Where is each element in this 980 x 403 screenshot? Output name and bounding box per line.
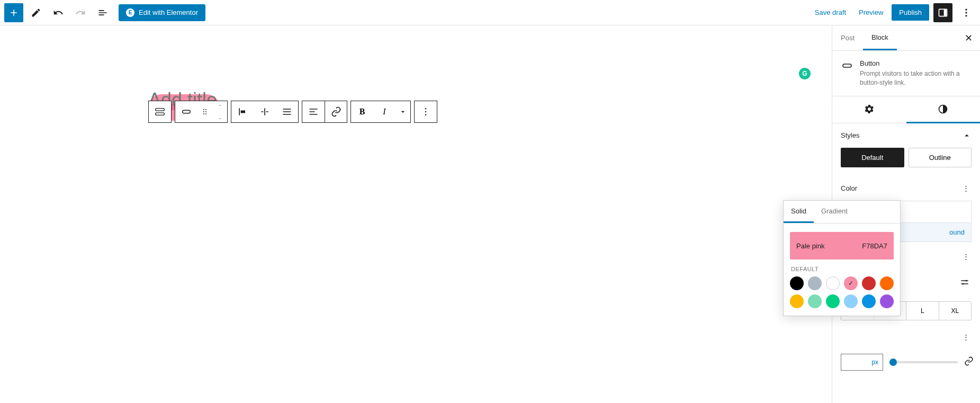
elementor-logo-icon: E [126, 8, 134, 17]
link-icon [964, 356, 974, 366]
color-tab-solid[interactable]: Solid [784, 201, 814, 223]
block-description: Prompt visitors to take action with a bu… [860, 69, 972, 87]
typography-more-options[interactable]: ⋮ [960, 250, 972, 263]
list-icon [97, 7, 108, 18]
text-align-button[interactable] [302, 101, 325, 122]
topbar-left: E Edit with Elementor [4, 3, 205, 22]
add-block-button[interactable] [4, 3, 23, 22]
block-toolbar: ⌃ ⌄ [148, 101, 437, 123]
color-swatch[interactable] [808, 294, 822, 308]
drag-handle[interactable] [197, 101, 212, 122]
width-icon [259, 106, 270, 117]
style-default-button[interactable]: Default [841, 148, 904, 167]
move-down-button[interactable]: ⌄ [212, 112, 227, 122]
settings-sidebar: Post Block ✕ Button Prompt visitors to t… [832, 25, 980, 403]
sidebar-icon [938, 7, 948, 18]
edit-tool-button[interactable] [26, 3, 46, 22]
color-more-options[interactable]: ⋮ [960, 182, 972, 194]
color-tab-gradient[interactable]: Gradient [814, 201, 855, 223]
link-sides-button[interactable] [964, 356, 974, 368]
color-swatch[interactable] [826, 276, 840, 290]
style-outline-button[interactable]: Outline [909, 148, 972, 167]
color-heading: Color [841, 184, 857, 192]
document-overview-button[interactable] [93, 3, 112, 22]
more-options-button[interactable] [957, 3, 976, 22]
chevron-down-icon [399, 108, 407, 116]
settings-sidebar-toggle[interactable] [933, 3, 952, 22]
preview-button[interactable]: Preview [855, 5, 887, 20]
color-picker-popover: Solid Gradient Pale pink F78DA7 DEFAULT [783, 200, 901, 316]
justify-button[interactable] [276, 101, 298, 122]
svg-point-13 [205, 113, 206, 114]
color-swatch[interactable] [826, 294, 840, 308]
plus-icon [8, 7, 19, 18]
svg-point-17 [425, 111, 427, 113]
sliders-icon [960, 277, 969, 287]
more-rich-text-button[interactable] [395, 101, 410, 122]
svg-point-16 [425, 108, 427, 110]
svg-rect-5 [156, 109, 165, 111]
undo-button[interactable] [49, 3, 68, 22]
selected-color-name: Pale pink [796, 242, 824, 250]
dimensions-more-options[interactable] [958, 275, 972, 291]
styles-panel-header[interactable]: Styles [832, 123, 980, 148]
button-block-icon [841, 59, 853, 72]
svg-rect-6 [156, 113, 165, 115]
buttons-block-icon [154, 106, 166, 118]
block-subtabs [832, 96, 980, 123]
color-swatch[interactable] [844, 294, 858, 308]
color-swatch[interactable] [808, 276, 822, 290]
color-swatch[interactable] [862, 276, 876, 290]
link-button[interactable] [325, 101, 347, 122]
block-more-options[interactable] [415, 101, 437, 122]
color-swatch[interactable] [862, 294, 876, 308]
subtab-styles[interactable] [906, 96, 981, 123]
parent-block-button[interactable] [149, 101, 171, 122]
width-button[interactable] [254, 101, 276, 122]
publish-button[interactable]: Publish [892, 4, 929, 21]
svg-point-3 [965, 12, 967, 13]
bold-button[interactable]: B [351, 101, 373, 122]
selected-color-hex: F78DA7 [862, 242, 887, 250]
chevron-up-icon [962, 131, 972, 140]
italic-button[interactable]: I [373, 101, 395, 122]
move-up-down: ⌃ ⌄ [212, 101, 227, 122]
subtab-settings[interactable] [832, 96, 906, 123]
size-xl[interactable]: XL [939, 302, 972, 320]
px-slider[interactable] [889, 361, 958, 363]
styles-heading: Styles [841, 131, 859, 139]
top-toolbar: E Edit with Elementor Save draft Preview… [0, 0, 980, 25]
tab-post[interactable]: Post [832, 26, 863, 49]
size-l[interactable]: L [906, 302, 939, 320]
color-swatch[interactable] [790, 276, 804, 290]
color-swatch[interactable] [880, 276, 894, 290]
tab-block[interactable]: Block [863, 26, 897, 50]
selected-color-swatch[interactable]: Pale pink F78DA7 [790, 232, 894, 259]
kebab-icon [420, 106, 431, 117]
edit-with-elementor-button[interactable]: E Edit with Elementor [119, 4, 205, 21]
px-row [832, 354, 980, 379]
color-swatch[interactable] [790, 294, 804, 308]
border-more-options[interactable]: ⋮ [960, 331, 972, 343]
redo-icon [75, 7, 86, 18]
kebab-icon [961, 7, 972, 18]
svg-point-18 [425, 114, 427, 116]
color-swatch[interactable] [880, 294, 894, 308]
redo-button[interactable] [71, 3, 90, 22]
block-type-button[interactable] [175, 101, 197, 122]
grammarly-icon[interactable]: G [799, 68, 811, 79]
editor-canvas[interactable]: Add title ⌃ ⌄ [0, 25, 832, 403]
background-color-label: ound [949, 228, 965, 236]
svg-rect-1 [944, 10, 947, 16]
px-input[interactable] [841, 354, 883, 371]
svg-point-12 [203, 113, 204, 114]
color-swatch[interactable] [844, 276, 858, 290]
link-icon [331, 106, 341, 117]
close-sidebar-button[interactable]: ✕ [957, 32, 980, 44]
move-up-button[interactable]: ⌃ [212, 101, 227, 112]
align-button[interactable] [231, 101, 254, 122]
svg-point-10 [203, 111, 204, 112]
elementor-label: Edit with Elementor [139, 8, 198, 16]
svg-point-22 [963, 283, 964, 284]
save-draft-button[interactable]: Save draft [811, 5, 850, 20]
